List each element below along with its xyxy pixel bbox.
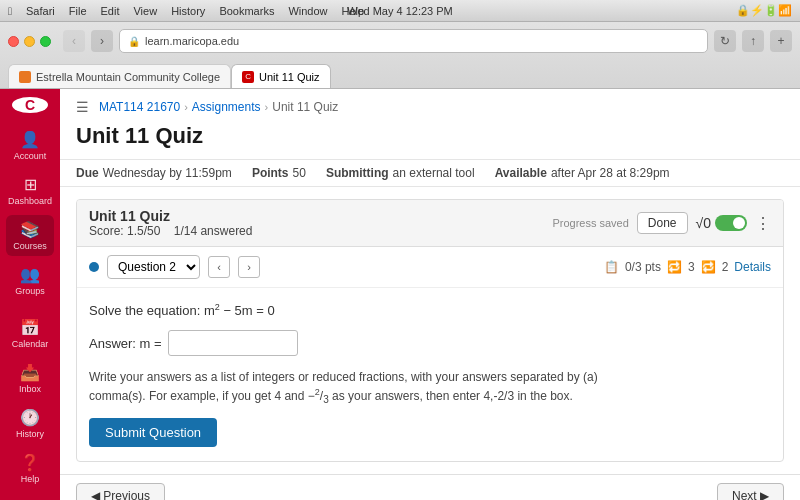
courses-icon: 📚 [20,220,40,239]
sidebar-item-groups[interactable]: 👥 Groups [6,260,54,301]
sidebar-item-inbox[interactable]: 📥 Inbox [6,358,54,399]
answer-row: Answer: m = [89,330,771,356]
forward-button[interactable]: › [91,30,113,52]
due-meta: Due Wednesday by 11:59pm [76,166,232,180]
score-value: 1.5/50 [127,224,160,238]
prev-question-button[interactable]: ‹ [208,256,230,278]
sidebar-label-inbox: Inbox [19,384,41,394]
sidebar-label-account: Account [14,151,47,161]
attempts1: 3 [688,260,695,274]
close-button[interactable] [8,36,19,47]
next-button[interactable]: Next ▶ [717,483,784,500]
breadcrumb-current: Unit 11 Quiz [272,100,338,114]
sidebar: C 👤 Account ⊞ Dashboard 📚 Courses 👥 Grou… [0,89,60,500]
breadcrumb-course[interactable]: MAT114 21670 [99,100,180,114]
canvas-logo: C [12,97,48,113]
submitting-value: an external tool [393,166,475,180]
done-button[interactable]: Done [637,212,688,234]
answer-label: Answer: m = [89,336,162,351]
browser-tabs: Estrella Mountain Community College C Un… [0,60,800,88]
submitting-label: Submitting [326,166,389,180]
breadcrumb-sep2: › [265,101,269,113]
address-bar[interactable]: 🔒 learn.maricopa.edu [119,29,708,53]
share-button[interactable]: ↑ [742,30,764,52]
sidebar-item-account[interactable]: 👤 Account [6,125,54,166]
window-menu[interactable]: Window [288,5,327,17]
maximize-button[interactable] [40,36,51,47]
calendar-icon: 📅 [20,318,40,337]
quiz-favicon: C [242,71,254,83]
attempts2: 2 [722,260,729,274]
hamburger-button[interactable]: ☰ [76,99,89,115]
quiz-header: Unit 11 Quiz Score: 1.5/50 1/14 answered… [77,200,783,247]
sidebar-item-calendar[interactable]: 📅 Calendar [6,313,54,354]
breadcrumb-sep1: › [184,101,188,113]
points-meta: Points 50 [252,166,306,180]
next-question-button[interactable]: › [238,256,260,278]
breadcrumb-assignments[interactable]: Assignments [192,100,261,114]
tab-quiz[interactable]: C Unit 11 Quiz [231,64,331,88]
dashboard-icon: ⊞ [24,175,37,194]
mac-status-icons: 🔒⚡🔋📶 [736,4,792,17]
available-meta: Available after Apr 28 at 8:29pm [495,166,670,180]
points-value: 50 [293,166,306,180]
bookmarks-menu[interactable]: Bookmarks [219,5,274,17]
mac-menu[interactable]:  Safari File Edit View History Bookmark… [8,5,364,17]
bottom-nav: ◀ Previous Next ▶ [60,474,800,500]
history-menu[interactable]: History [171,5,205,17]
sidebar-label-help: Help [21,474,40,484]
back-button[interactable]: ‹ [63,30,85,52]
submitting-meta: Submitting an external tool [326,166,475,180]
sidebar-item-help[interactable]: ❓ Help [6,448,54,489]
sidebar-item-library[interactable]: 📖 Library [6,493,54,500]
traffic-lights[interactable] [8,36,51,47]
minimize-button[interactable] [24,36,35,47]
mac-clock: Wed May 4 12:23 PM [347,5,453,17]
inbox-icon: 📥 [20,363,40,382]
sidebar-item-courses[interactable]: 📚 Courses [6,215,54,256]
retry-icon1: 🔁 [667,260,682,274]
main-content: ☰ MAT114 21670 › Assignments › Unit 11 Q… [60,89,800,500]
sidebar-item-history[interactable]: 🕐 History [6,403,54,444]
quiz-header-right: Progress saved Done √0 ⋮ [552,212,771,234]
page-title-section: Unit 11 Quiz [60,121,800,159]
due-value: Wednesday by 11:59pm [103,166,232,180]
safari-menu[interactable]: Safari [26,5,55,17]
points-label: Points [252,166,289,180]
question-points: 📋 0/3 pts 🔁 3 🔁 2 Details [604,260,771,274]
answered-label: 1/14 answered [174,224,253,238]
add-tab-button[interactable]: + [770,30,792,52]
sidebar-label-calendar: Calendar [12,339,49,349]
tab-quiz-label: Unit 11 Quiz [259,71,320,83]
due-label: Due [76,166,99,180]
sidebar-label-groups: Groups [15,286,45,296]
breadcrumb: ☰ MAT114 21670 › Assignments › Unit 11 Q… [60,89,800,121]
meta-bar: Due Wednesday by 11:59pm Points 50 Submi… [60,159,800,187]
available-label: Available [495,166,547,180]
edit-menu[interactable]: Edit [101,5,120,17]
submit-question-button[interactable]: Submit Question [89,418,217,447]
tab-emcc[interactable]: Estrella Mountain Community College [8,64,231,88]
sidebar-label-history: History [16,429,44,439]
question-text: Solve the equation: m2 − 5m = 0 [89,302,771,318]
details-link[interactable]: Details [734,260,771,274]
quiz-header-left: Unit 11 Quiz Score: 1.5/50 1/14 answered [89,208,252,238]
sidebar-label-dashboard: Dashboard [8,196,52,206]
view-menu[interactable]: View [133,5,157,17]
lock-icon: 🔒 [128,36,140,47]
file-menu[interactable]: File [69,5,87,17]
sidebar-item-dashboard[interactable]: ⊞ Dashboard [6,170,54,211]
pts-value: 0/3 pts [625,260,661,274]
question-selector[interactable]: Question 2 [107,255,200,279]
more-button[interactable]: ⋮ [755,214,771,233]
reload-button[interactable]: ↻ [714,30,736,52]
apple-menu[interactable]:  [8,5,12,17]
previous-button[interactable]: ◀ Previous [76,483,165,500]
question-status-dot [89,262,99,272]
groups-icon: 👥 [20,265,40,284]
toggle-switch[interactable] [715,215,747,231]
answer-input[interactable] [168,330,298,356]
mac-os-bar:  Safari File Edit View History Bookmark… [0,0,800,22]
tab-emcc-label: Estrella Mountain Community College [36,71,220,83]
browser-toolbar: ‹ › 🔒 learn.maricopa.edu ↻ ↑ + [0,22,800,60]
